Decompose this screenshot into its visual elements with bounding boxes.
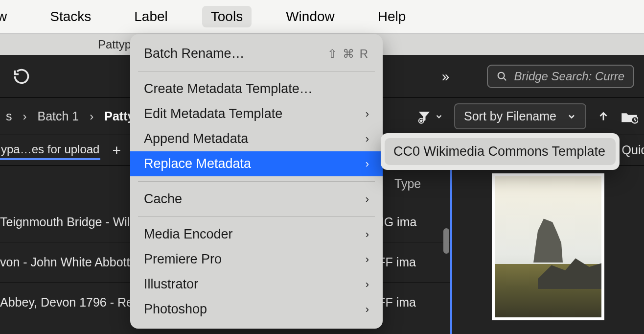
menu-cache[interactable]: Cache › [130, 187, 383, 212]
sort-dropdown[interactable]: Sort by Filename [454, 103, 586, 129]
preview-thumbnail[interactable] [492, 173, 604, 320]
funnel-star-icon [417, 109, 432, 124]
menu-edit-metadata-template[interactable]: Edit Metadata Template › [130, 101, 383, 126]
refresh-icon[interactable] [13, 68, 30, 85]
chevron-right-icon: › [366, 253, 369, 266]
menu-create-metadata-template[interactable]: Create Metadata Template… [130, 76, 383, 101]
menu-item-tools[interactable]: Tools [202, 6, 252, 27]
menu-label: Replace Metadata [144, 156, 251, 171]
menu-label: Cache [144, 191, 182, 207]
submenu-cc0-template[interactable]: CC0 Wikimedia Commons Template [385, 138, 616, 165]
tools-menu: Batch Rename… ⇧ ⌘ R Create Metadata Temp… [130, 34, 383, 329]
menu-separator [138, 181, 375, 182]
menu-item-label[interactable]: Label [125, 6, 177, 27]
menu-replace-metadata[interactable]: Replace Metadata › [130, 151, 383, 176]
menu-media-encoder[interactable]: Media Encoder › [130, 222, 383, 247]
search-placeholder: Bridge Search: Curre [514, 70, 624, 83]
search-icon [497, 71, 507, 82]
menu-separator [138, 216, 375, 217]
menu-label: Media Encoder [144, 227, 233, 242]
sort-ascending-icon[interactable] [597, 110, 610, 123]
breadcrumb-part[interactable]: s [6, 109, 12, 123]
menu-item-stacks[interactable]: Stacks [41, 6, 100, 27]
chevron-right-icon: › [90, 110, 93, 123]
menu-item-help[interactable]: Help [369, 6, 415, 27]
menu-label: Edit Metadata Template [144, 106, 282, 121]
preview-tab[interactable]: Quic [622, 143, 644, 157]
chevron-right-icon: › [366, 108, 369, 120]
add-tab-button[interactable]: + [112, 142, 121, 159]
menu-separator [138, 71, 375, 72]
menu-item-window[interactable]: Window [277, 6, 344, 27]
app-chrome: ›› Bridge Search: Curre s › Batch 1 › Pa… [0, 55, 644, 334]
menu-shortcut: ⇧ ⌘ R [327, 47, 369, 61]
menu-item-prev[interactable]: w [0, 6, 16, 27]
chevron-right-icon: › [366, 133, 369, 145]
svg-point-0 [498, 72, 504, 78]
sort-label: Sort by Filename [464, 109, 556, 123]
scrollbar-thumb[interactable] [443, 228, 449, 254]
menu-label: Batch Rename… [144, 46, 245, 61]
column-type[interactable]: Type [394, 177, 443, 191]
chevron-down-icon [435, 112, 443, 121]
breadcrumb-part[interactable]: Batch 1 [38, 109, 79, 123]
search-input[interactable]: Bridge Search: Curre [487, 65, 634, 88]
chevron-down-icon [567, 112, 576, 121]
panel-tab-active[interactable]: ypa…es for upload [0, 141, 100, 160]
menu-label: Photoshop [144, 302, 207, 317]
menu-label: Premiere Pro [144, 252, 222, 267]
chevron-right-icon: › [366, 303, 369, 316]
chevron-right-icon: › [366, 228, 369, 241]
menu-photoshop[interactable]: Photoshop › [130, 297, 383, 322]
menu-label: Create Metadata Template… [144, 81, 313, 96]
recent-folder-icon[interactable] [621, 109, 638, 124]
system-menubar: w Stacks Label Tools Window Help [0, 0, 644, 34]
menu-batch-rename[interactable]: Batch Rename… ⇧ ⌘ R [130, 41, 383, 66]
overflow-icon[interactable]: ›› [442, 68, 448, 85]
submenu-label: CC0 Wikimedia Commons Template [393, 144, 605, 159]
chevron-right-icon: › [366, 158, 369, 170]
menu-append-metadata[interactable]: Append Metadata › [130, 126, 383, 151]
menu-illustrator[interactable]: Illustrator › [130, 272, 383, 297]
menu-label: Append Metadata [144, 131, 248, 146]
menu-premiere-pro[interactable]: Premiere Pro › [130, 247, 383, 272]
menu-label: Illustrator [144, 277, 198, 292]
replace-metadata-submenu: CC0 Wikimedia Commons Template [381, 133, 620, 170]
chevron-right-icon: › [366, 193, 369, 206]
chevron-right-icon: › [23, 110, 27, 123]
chevron-right-icon: › [366, 278, 369, 291]
preview-area [452, 166, 644, 334]
filter-button[interactable] [417, 109, 443, 124]
window-title: Pattyp [98, 38, 131, 51]
